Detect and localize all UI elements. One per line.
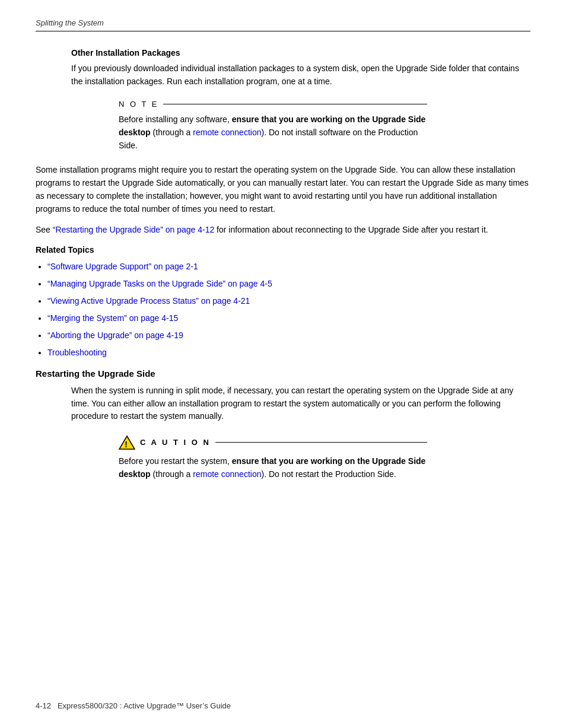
note-box: N O T E Before installing any software, … bbox=[119, 100, 427, 152]
note-label: N O T E bbox=[119, 100, 427, 109]
see-restarting-para: See “Restarting the Upgrade Side” on pag… bbox=[36, 224, 530, 237]
list-item: “Merging the System” on page 4-15 bbox=[47, 312, 530, 325]
list-item: “Software Upgrade Support” on page 2-1 bbox=[47, 260, 530, 273]
related-link-3[interactable]: “Viewing Active Upgrade Process Status” … bbox=[47, 296, 250, 306]
page: Splitting the System Other Installation … bbox=[0, 0, 566, 728]
footer-title: Express5800/320 : Active Upgrade™ User’s… bbox=[58, 701, 231, 710]
caution-suffix: ). Do not restart the Production Side. bbox=[261, 469, 396, 479]
note-content: Before installing any software, ensure t… bbox=[119, 113, 427, 152]
caution-middle: (through a bbox=[151, 469, 193, 479]
related-topics-section: Related Topics “Software Upgrade Support… bbox=[36, 245, 530, 359]
restarting-heading: Restarting the Upgrade Side bbox=[36, 368, 530, 379]
other-installation-packages-section: Other Installation Packages If you previ… bbox=[36, 48, 530, 237]
note-prefix: Before installing any software, bbox=[119, 115, 232, 124]
list-item: Troubleshooting bbox=[47, 346, 530, 359]
caution-box: ! C A U T I O N Before you restart the s… bbox=[119, 435, 427, 481]
caution-label: ! C A U T I O N bbox=[119, 435, 427, 450]
caution-link[interactable]: remote connection bbox=[193, 469, 261, 479]
caution-triangle-icon: ! bbox=[119, 435, 135, 450]
footer-page-number: 4-12 bbox=[36, 701, 51, 710]
list-item: “Viewing Active Upgrade Process Status” … bbox=[47, 295, 530, 307]
note-middle: (through a bbox=[151, 128, 193, 137]
page-header: Splitting the System bbox=[36, 18, 530, 31]
installation-programs-para: Some installation programs might require… bbox=[36, 164, 530, 215]
caution-content: Before you restart the system, ensure th… bbox=[119, 455, 427, 481]
other-installation-heading: Other Installation Packages bbox=[71, 48, 530, 58]
related-link-2[interactable]: “Managing Upgrade Tasks on the Upgrade S… bbox=[47, 279, 272, 288]
related-link-1[interactable]: “Software Upgrade Support” on page 2-1 bbox=[47, 262, 198, 271]
page-footer: 4-12 Express5800/320 : Active Upgrade™ U… bbox=[36, 701, 530, 710]
list-item: “Managing Upgrade Tasks on the Upgrade S… bbox=[47, 278, 530, 290]
related-topics-heading: Related Topics bbox=[36, 245, 530, 255]
restarting-link[interactable]: “Restarting the Upgrade Side” on page 4-… bbox=[53, 225, 214, 234]
page-header-text: Splitting the System bbox=[36, 18, 104, 27]
note-link[interactable]: remote connection bbox=[193, 128, 261, 137]
caution-prefix: Before you restart the system, bbox=[119, 456, 232, 466]
related-link-4[interactable]: “Merging the System” on page 4-15 bbox=[47, 313, 178, 323]
other-installation-para1: If you previously downloaded individual … bbox=[71, 62, 530, 88]
list-item: “Aborting the Upgrade” on page 4-19 bbox=[47, 329, 530, 342]
troubleshooting-link[interactable]: Troubleshooting bbox=[47, 348, 107, 357]
svg-text:!: ! bbox=[125, 440, 129, 449]
related-topics-list: “Software Upgrade Support” on page 2-1 “… bbox=[47, 260, 530, 359]
caution-text: C A U T I O N bbox=[140, 438, 211, 447]
restarting-section: Restarting the Upgrade Side When the sys… bbox=[36, 368, 530, 481]
restarting-para: When the system is running in split mode… bbox=[71, 384, 530, 423]
related-link-5[interactable]: “Aborting the Upgrade” on page 4-19 bbox=[47, 330, 183, 340]
